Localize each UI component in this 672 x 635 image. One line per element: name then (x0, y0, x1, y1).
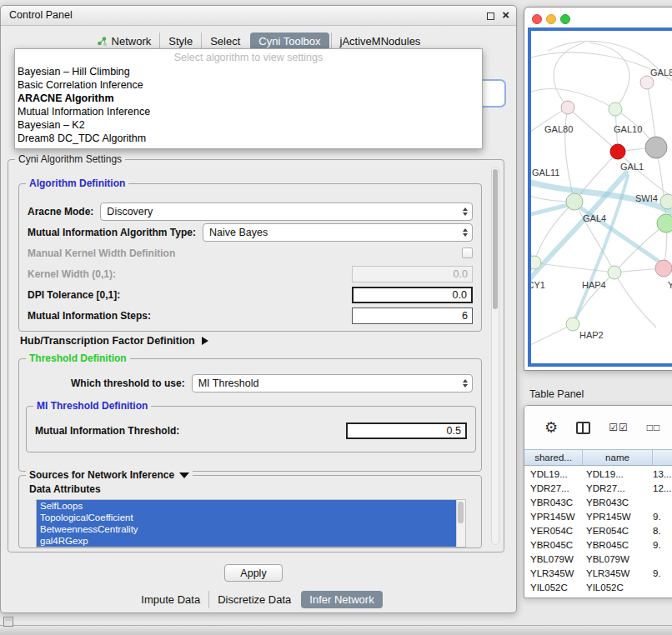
table-row[interactable]: YBR043CYBR043C (524, 495, 672, 509)
tab-label: Network (112, 35, 152, 48)
chevron-down-icon (179, 472, 189, 478)
column-header-name[interactable]: name (583, 450, 653, 465)
network-node[interactable] (608, 266, 621, 279)
settings-scrollbar[interactable] (491, 167, 499, 545)
dropdown-item-basic-correlation[interactable]: Basic Correlation Inference (15, 78, 482, 92)
network-node[interactable] (655, 260, 672, 277)
hub-definition-toggle[interactable]: Hub/Transcription Factor Definition (20, 335, 208, 347)
sources-toggle[interactable]: Sources for Network Inference (26, 469, 193, 481)
tab-select[interactable]: Select (201, 32, 248, 50)
network-node-label: Y (668, 280, 672, 290)
threshold-definition-group: Threshold Definition Which threshold to … (18, 358, 482, 472)
tab-cyni-toolbox[interactable]: Cyni Toolbox (250, 32, 328, 50)
table-cell: 13... (653, 469, 672, 479)
columns-icon[interactable] (576, 422, 590, 434)
dropdown-item-mutual-information[interactable]: Mutual Information Inference (15, 105, 482, 118)
apply-button[interactable]: Apply (224, 564, 283, 582)
stepper-icon (463, 228, 468, 237)
network-node-label: GAL10 (614, 124, 642, 134)
attribute-item-topologicalcoefficient[interactable]: TopologicalCoefficient (37, 512, 456, 523)
network-canvas[interactable]: GAL80GAL80GAL10GAL11GAL1SWI4GAL4GCY1HAP4… (531, 31, 672, 367)
network-node[interactable] (645, 137, 667, 158)
network-node-label: GAL80 (650, 68, 672, 78)
sources-title: Sources for Network Inference (29, 469, 174, 481)
scrollbar-thumb[interactable] (458, 502, 464, 523)
column-header-clipped[interactable] (653, 450, 672, 465)
attribute-list-scrollbar[interactable] (456, 500, 465, 547)
aracne-mode-select[interactable]: Discovery (100, 202, 473, 221)
table-cell: YBR043C (524, 498, 583, 508)
algorithm-definition-group: Algorithm Definition Aracne Mode: Discov… (18, 183, 482, 332)
column-header-shared-name[interactable]: shared... (524, 450, 583, 465)
zoom-traffic-light[interactable] (560, 14, 570, 24)
gear-icon[interactable]: ⚙ (544, 420, 558, 435)
table-row[interactable]: YPR145WYPR145W9. (524, 509, 672, 523)
mi-threshold-label: Mutual Information Threshold: (35, 425, 179, 437)
table-panel-window: ⚙ ☑☑ □□ shared... name YDL19...YDL19...1… (524, 405, 672, 598)
mi-threshold-field[interactable]: 0.5 (346, 422, 467, 439)
tab-jactivemnodules[interactable]: jActiveMNodules (331, 32, 429, 50)
tab-label: Cyni Toolbox (258, 35, 320, 48)
minimized-panel-icon[interactable] (3, 617, 13, 627)
which-threshold-select[interactable]: MI Threshold (192, 374, 473, 392)
network-node[interactable] (657, 214, 672, 232)
table-cell: YBR045C (583, 540, 653, 550)
network-node[interactable] (531, 256, 541, 269)
table-row[interactable]: YIL052CYIL052C (524, 580, 672, 594)
threshold-definition-title: Threshold Definition (26, 352, 130, 364)
network-node-label: HAP4 (582, 280, 606, 290)
mi-steps-field[interactable]: 6 (352, 308, 473, 324)
network-node-label: GAL11 (532, 168, 559, 178)
manual-kernel-checkbox[interactable] (462, 248, 473, 258)
table-row[interactable]: YBR045CYBR045C9. (524, 538, 672, 552)
mi-algorithm-type-value: Naive Bayes (209, 227, 268, 238)
network-edge (614, 272, 656, 328)
tab-label: Discretize Data (218, 593, 291, 606)
network-node[interactable] (640, 76, 654, 89)
float-window-icon[interactable] (487, 12, 494, 20)
tab-label: Select (210, 35, 240, 48)
mi-algorithm-type-row: Mutual Information Algorithm Type: Naive… (19, 222, 481, 242)
chevron-right-icon (202, 337, 208, 345)
table-cell: YLR345W (524, 568, 583, 578)
table-cell: YLR345W (583, 568, 653, 578)
tab-impute-data[interactable]: Impute Data (133, 591, 208, 608)
close-icon[interactable]: × (502, 8, 509, 22)
network-node[interactable] (561, 101, 574, 114)
table-row[interactable]: YER054CYER054C8. (524, 523, 672, 538)
network-node[interactable] (660, 194, 672, 209)
select-all-columns-icon[interactable]: ☑☑ (609, 422, 629, 433)
table-row[interactable]: YBL079WYBL079W (524, 552, 672, 566)
minimize-traffic-light[interactable] (546, 14, 556, 24)
tab-style[interactable]: Style (159, 32, 201, 50)
network-node[interactable] (609, 102, 622, 116)
dpi-tolerance-field[interactable]: 0.0 (352, 287, 473, 303)
scrollbar-thumb[interactable] (493, 169, 498, 309)
table-row[interactable]: YDR27...YDR27...12... (524, 481, 672, 495)
attribute-item-betweennesscentrality[interactable]: BetweennessCentrality (37, 523, 456, 535)
table-row[interactable]: YLR345WYLR345W9. (524, 566, 672, 580)
attribute-item-selfloops[interactable]: SelfLoops (37, 500, 456, 512)
mi-steps-row: Mutual Information Steps: 6 (19, 305, 481, 326)
tab-network[interactable]: Network (88, 32, 160, 50)
aracne-mode-label: Aracne Mode: (28, 206, 93, 218)
network-node[interactable] (566, 193, 583, 210)
table-panel-title: Table Panel (529, 388, 584, 400)
deselect-all-columns-icon[interactable]: □□ (647, 422, 661, 433)
dropdown-item-aracne[interactable]: ARACNE Algorithm (15, 92, 482, 105)
table-cell: YDR27... (583, 483, 653, 493)
dropdown-item-bayesian-hill-climbing[interactable]: Bayesian – Hill Climbing (15, 65, 482, 78)
stepper-icon (463, 208, 468, 216)
dropdown-item-dream8[interactable]: Dream8 DC_TDC Algorithm (15, 132, 482, 145)
network-node[interactable] (566, 318, 579, 331)
network-node[interactable] (610, 144, 625, 159)
control-panel-titlebar[interactable]: Control Panel × (1, 6, 516, 26)
table-row[interactable]: YDL19...YDL19...13... (524, 467, 672, 481)
tab-infer-network[interactable]: Infer Network (301, 591, 382, 608)
network-node-label: HAP2 (579, 330, 604, 340)
close-traffic-light[interactable] (532, 14, 542, 24)
tab-discretize-data[interactable]: Discretize Data (208, 591, 299, 608)
attribute-item-gal4rgexp[interactable]: gal4RGexp (37, 535, 456, 547)
dropdown-item-bayesian-k2[interactable]: Bayesian – K2 (15, 118, 482, 132)
mi-algorithm-type-select[interactable]: Naive Bayes (203, 223, 473, 242)
